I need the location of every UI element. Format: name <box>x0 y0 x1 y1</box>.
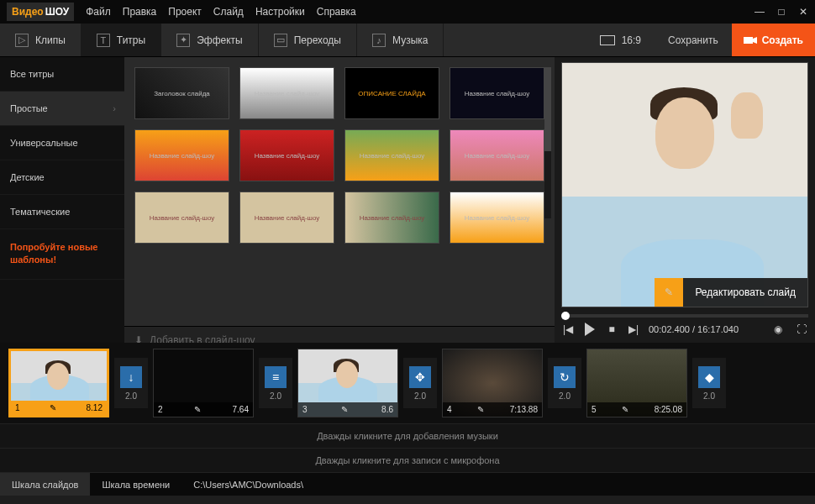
transition-slot[interactable]: ↓2.0 <box>114 358 148 408</box>
clip-index: 1 <box>15 403 20 412</box>
edit-icon: ✎ <box>341 405 348 414</box>
menu-edit[interactable]: Правка <box>123 6 157 18</box>
tab-effects[interactable]: ✦Эффекты <box>161 24 259 56</box>
template-grid: Заголовок слайда Название слайд-шоу ОПИС… <box>134 67 544 244</box>
tab-slide-scale[interactable]: Шкала слайдов <box>0 473 90 496</box>
maximize-button[interactable]: □ <box>776 6 786 18</box>
save-button[interactable]: Сохранить <box>655 24 732 56</box>
close-button[interactable]: ✕ <box>798 6 808 18</box>
edit-icon: ✎ <box>194 405 201 414</box>
transition-slot[interactable]: ↻2.0 <box>548 358 581 408</box>
clip-duration: 8.6 <box>381 405 393 414</box>
template-thumb[interactable]: Название слайд-шоу <box>134 129 229 181</box>
transition-slot[interactable]: ≡2.0 <box>259 358 292 408</box>
template-thumb[interactable]: Название слайд-шоу <box>239 129 334 181</box>
category-sidebar: Все титры Простые› Универсальные Детские… <box>0 57 124 343</box>
gallery-scrollbar[interactable] <box>544 67 551 218</box>
statusbar: Шкала слайдов Шкала времени C:\Users\AMC… <box>0 472 815 496</box>
svg-rect-0 <box>744 37 753 44</box>
preview-image <box>562 63 807 307</box>
menu-project[interactable]: Проект <box>168 6 202 18</box>
sidebar-item-all[interactable]: Все титры <box>0 57 124 92</box>
tab-clips-label: Клипы <box>35 34 66 46</box>
time-display: 00:02.400 / 16:17.040 <box>649 324 739 334</box>
scroll-thumb[interactable] <box>544 67 551 151</box>
timeline-clip[interactable]: 2✎7.64 <box>153 349 254 417</box>
tab-clips[interactable]: ▷Клипы <box>0 24 82 56</box>
template-thumb[interactable]: Заголовок слайда <box>134 67 229 119</box>
titlebar: Видео ШОУ Файл Правка Проект Слайд Настр… <box>0 0 815 24</box>
template-thumb[interactable]: Название слайд-шоу <box>450 129 544 181</box>
playback-controls: |◀ ■ ▶| 00:02.400 / 16:17.040 ◉ ⛶ <box>561 319 808 338</box>
music-track-hint[interactable]: Дважды кликните для добавления музыки <box>0 423 815 448</box>
clip-index: 5 <box>592 405 597 414</box>
sparkle-icon: ✦ <box>176 34 190 47</box>
menu-file[interactable]: Файл <box>86 6 111 18</box>
snapshot-button[interactable]: ◉ <box>771 323 785 336</box>
transition-duration: 2.0 <box>270 391 281 401</box>
clip-index: 3 <box>302 405 308 414</box>
create-button[interactable]: Создать <box>732 24 815 56</box>
template-thumb[interactable]: ОПИСАНИЕ СЛАЙДА <box>344 67 439 119</box>
prev-button[interactable]: |◀ <box>561 323 575 336</box>
clip-duration: 8:25.08 <box>655 405 682 414</box>
time-current: 00:02.400 <box>649 324 690 334</box>
progress-bar[interactable] <box>561 314 808 318</box>
template-thumb[interactable]: Название слайд-шоу <box>344 192 439 244</box>
timeline-clip[interactable]: 1✎8.12 <box>8 349 109 417</box>
tab-time-scale[interactable]: Шкала времени <box>90 473 181 496</box>
transition-slot[interactable]: ✥2.0 <box>403 358 437 408</box>
transition-duration: 2.0 <box>703 391 715 401</box>
tab-effects-label: Эффекты <box>197 34 243 46</box>
tab-music-label: Музыка <box>392 34 428 46</box>
window-controls: — □ ✕ <box>755 6 808 18</box>
play-icon: ▷ <box>15 34 29 47</box>
edit-slide-label: Редактировать слайд <box>683 278 807 307</box>
app-logo: Видео ШОУ <box>7 3 74 21</box>
minimize-button[interactable]: — <box>755 6 765 18</box>
logo-text-a: Видео <box>12 6 44 18</box>
transition-icon: ▭ <box>274 34 287 47</box>
preview-screen[interactable]: ✎ Редактировать слайд <box>561 62 808 307</box>
template-thumb[interactable]: Название слайд-шоу <box>239 192 334 244</box>
template-thumb[interactable]: Название слайд-шоу <box>344 129 439 181</box>
template-thumb[interactable]: Название слайд-шоу <box>239 67 334 119</box>
timeline: 1✎8.12 ↓2.0 2✎7.64 ≡2.0 3✎8.6 ✥2.0 4✎7:1… <box>0 343 815 472</box>
tab-music[interactable]: ♪Музыка <box>357 24 444 56</box>
tab-titles[interactable]: TТитры <box>82 24 161 56</box>
transition-duration: 2.0 <box>125 391 137 401</box>
pencil-icon: ✎ <box>655 278 683 307</box>
stop-button[interactable]: ■ <box>605 323 618 336</box>
logo-text-b: ШОУ <box>45 6 70 18</box>
add-to-slideshow-bar[interactable]: ⬇ Добавить в слайд-шоу <box>124 326 555 343</box>
progress-handle[interactable] <box>561 312 570 320</box>
sidebar-item-simple[interactable]: Простые› <box>0 92 124 126</box>
fullscreen-button[interactable]: ⛶ <box>795 323 808 336</box>
menu-settings[interactable]: Настройки <box>255 6 305 18</box>
template-thumb[interactable]: Название слайд-шоу <box>134 192 229 244</box>
toolbar: ▷Клипы TТитры ✦Эффекты ▭Переходы ♪Музыка… <box>0 24 815 57</box>
screen-icon <box>600 35 615 45</box>
sidebar-promo[interactable]: Попробуйте новые шаблоны! <box>0 229 124 280</box>
template-thumb[interactable]: Название слайд-шоу <box>450 67 544 119</box>
timeline-clip[interactable]: 3✎8.6 <box>297 349 398 417</box>
tab-transitions[interactable]: ▭Переходы <box>259 24 357 56</box>
sidebar-item-kids[interactable]: Детские <box>0 160 124 195</box>
timeline-clip[interactable]: 4✎7:13.88 <box>442 349 543 417</box>
timeline-clip[interactable]: 5✎8:25.08 <box>586 349 687 417</box>
mic-track-hint[interactable]: Дважды кликните для записи с микрофона <box>0 448 815 472</box>
play-button[interactable] <box>583 323 597 336</box>
clips-row[interactable]: 1✎8.12 ↓2.0 2✎7.64 ≡2.0 3✎8.6 ✥2.0 4✎7:1… <box>0 343 815 423</box>
next-button[interactable]: ▶| <box>627 323 640 336</box>
sidebar-item-universal[interactable]: Универсальные <box>0 126 124 160</box>
transition-slot[interactable]: ◆2.0 <box>692 358 726 408</box>
audio-tracks: Дважды кликните для добавления музыки Дв… <box>0 423 815 472</box>
sidebar-item-theme[interactable]: Тематические <box>0 195 124 229</box>
template-thumb[interactable]: Название слайд-шоу <box>450 192 544 244</box>
menu-slide[interactable]: Слайд <box>213 6 244 18</box>
sidebar-item-label: Простые <box>10 103 48 113</box>
rotate-icon: ↻ <box>554 366 576 388</box>
edit-slide-button[interactable]: ✎ Редактировать слайд <box>655 278 807 307</box>
menu-help[interactable]: Справка <box>317 6 356 18</box>
aspect-ratio[interactable]: 16:9 <box>586 24 655 56</box>
